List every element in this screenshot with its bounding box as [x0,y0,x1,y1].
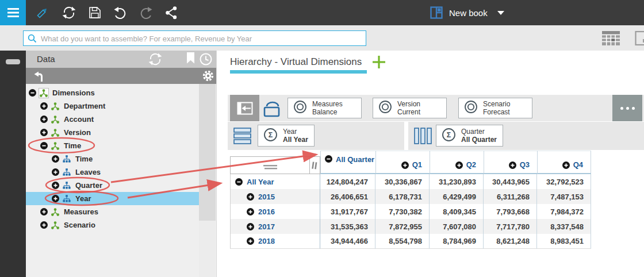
expand-icon[interactable] [509,161,516,169]
expand-icon[interactable] [247,223,254,230]
search-input[interactable] [40,31,364,47]
expand-icon[interactable] [52,155,59,163]
pivot-cell[interactable]: 31,230,893 [430,174,484,189]
redo-icon[interactable] [139,6,153,20]
filter-chip-scenario[interactable]: Scenario Forecast [458,98,532,118]
pivot-cell[interactable]: 6,178,731 [375,189,430,204]
expand-icon[interactable] [52,182,59,189]
share-icon[interactable] [164,6,178,20]
pivot-cell[interactable]: 6,311,268 [484,189,537,204]
book-switcher[interactable]: New book [430,0,504,25]
pivot-cell[interactable]: 7,730,382 [375,204,430,219]
row-header-2015[interactable]: 2015 [230,189,320,204]
pivot-cell[interactable]: 6,429,499 [430,189,484,204]
expand-icon[interactable] [52,168,59,176]
collapse-icon[interactable] [40,142,48,149]
expand-icon[interactable] [247,193,254,201]
expand-icon[interactable] [401,161,409,169]
tree-item-scenario[interactable]: Scenario [26,218,200,232]
filter-chip-measures[interactable]: Measures Balance [288,98,362,118]
cube-icon[interactable] [262,99,283,121]
column-header-all-quarter[interactable]: All Quarter [320,151,375,174]
pivot-splitter-cell[interactable] [309,151,320,174]
pivot-cell[interactable]: 8,409,345 [430,204,484,219]
drag-handle-icon[interactable] [263,165,277,170]
column-header-q4[interactable]: Q4 [537,151,591,174]
tree-item-measures[interactable]: Measures [26,205,200,218]
back-arrow-icon[interactable] [33,70,46,84]
pivot-cell[interactable]: 32,792,523 [537,174,591,189]
pivot-cell[interactable]: 31,917,767 [320,204,375,219]
spreadsheet-icon[interactable] [601,30,621,49]
tree-item-time[interactable]: Time [26,139,200,152]
tree-item-quarter[interactable]: Quarter [26,179,200,192]
data-panel: Data [26,51,217,277]
filter-chip-version[interactable]: Version Current [373,98,447,118]
pivot-cell[interactable]: 7,793,668 [484,204,537,219]
pivot-cell[interactable]: 30,336,867 [375,174,430,189]
expand-icon[interactable] [52,195,59,202]
tree-item-leaves[interactable]: Leaves [26,166,200,179]
pivot-cell[interactable]: 30,443,965 [484,174,537,189]
row-header-2017[interactable]: 2017 [230,219,320,234]
column-header-q3[interactable]: Q3 [484,151,537,174]
pivot-cell[interactable]: 7,872,955 [375,219,430,234]
rows-axis-chip[interactable]: Σ Year All Year [258,125,315,147]
pivot-cell[interactable]: 34,944,466 [320,234,375,249]
column-header-q1[interactable]: Q1 [375,151,430,174]
expand-icon[interactable] [40,221,48,229]
refresh-icon[interactable] [62,6,76,20]
chevron-down-icon[interactable] [497,11,504,15]
pivot-cell[interactable]: 26,406,651 [320,189,375,204]
tree-item-version[interactable]: Version [26,126,200,139]
expand-icon[interactable] [455,161,463,169]
tree-item-account[interactable]: Account [26,113,200,126]
pivot-cell[interactable]: 8,784,969 [430,234,484,249]
pivot-cell[interactable]: 8,554,798 [375,234,430,249]
refresh-icon[interactable] [148,52,162,68]
column-header-q2[interactable]: Q2 [430,151,484,174]
pivot-cell[interactable]: 7,487,153 [537,189,591,204]
more-options-button[interactable] [612,95,642,121]
pivot-cell[interactable]: 7,607,080 [430,219,484,234]
bookmark-icon[interactable] [187,52,194,66]
pivot-cell[interactable]: 124,804,247 [320,174,375,189]
row-header-all-year[interactable]: All Year [230,174,320,189]
expand-icon[interactable] [40,208,48,216]
tree-item-time-hierarchy[interactable]: Time [26,152,200,166]
collapse-icon[interactable] [235,178,243,186]
pivot-cell[interactable]: 8,621,248 [484,234,537,249]
expand-icon[interactable] [247,208,254,216]
pivot-cell[interactable]: 8,337,548 [537,219,591,234]
expand-icon[interactable] [247,237,254,245]
expand-icon[interactable] [562,161,570,169]
add-sheet-button[interactable] [371,55,386,72]
tree-item-department[interactable]: Department [26,99,200,113]
columns-axis-icon [414,128,432,147]
collapse-designer-button[interactable] [230,95,259,121]
pivot-cell[interactable]: 7,984,372 [537,204,591,219]
scrollbar-thumb[interactable] [199,84,216,221]
expand-icon[interactable] [40,116,48,123]
tree-scrollbar[interactable] [199,84,216,277]
edit-pencil-icon[interactable] [36,6,49,20]
row-header-2016[interactable]: 2016 [230,204,320,219]
columns-axis-chip[interactable]: Σ Quarter All Quarter [436,125,503,147]
tree-item-year[interactable]: Year [26,192,200,205]
save-icon[interactable] [88,6,102,20]
expand-icon[interactable] [40,129,48,136]
undo-icon[interactable] [113,6,127,20]
row-header-2018[interactable]: 2018 [230,234,320,249]
tree-item-dimensions[interactable]: Dimensions [26,86,200,99]
settings-gear-icon[interactable] [202,70,214,84]
expand-icon[interactable] [40,102,48,110]
collapse-icon[interactable] [325,155,332,163]
pivot-cell[interactable]: 31,535,363 [320,219,375,234]
panel-collapse-handle[interactable] [6,59,20,64]
pivot-cell[interactable]: 7,717,780 [484,219,537,234]
hamburger-menu-button[interactable] [0,0,26,25]
history-clock-icon[interactable] [199,52,213,68]
clipped-panel-icon[interactable] [635,30,644,48]
collapse-icon[interactable] [29,89,36,97]
pivot-cell[interactable]: 8,983,451 [537,234,591,249]
